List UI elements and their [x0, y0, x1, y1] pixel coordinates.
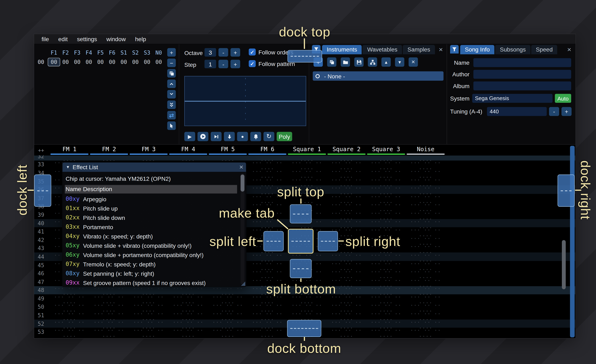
pattern-cell-empty[interactable]: ... .. .. .... — [406, 326, 445, 338]
channel-header[interactable]: FM 1 — [50, 145, 89, 155]
menu-item[interactable]: help — [130, 34, 151, 44]
pattern-cell-empty[interactable]: ... .. .. .... — [208, 326, 247, 338]
play-repeat-button[interactable] — [197, 132, 209, 141]
order-duplicate-button[interactable] — [167, 69, 176, 78]
pattern-cell-empty[interactable]: ... .. .. .... — [50, 326, 89, 338]
play-to-cursor-button[interactable] — [211, 132, 222, 141]
instrument-list-item-none[interactable]: - None - — [313, 71, 443, 81]
octave-decrease-button[interactable]: - — [218, 48, 228, 57]
order-cell[interactable]: 00 — [60, 58, 71, 66]
order-add-button[interactable]: + — [167, 48, 176, 57]
instrument-move-down-button[interactable]: ▼ — [395, 58, 404, 67]
window-resize-grip[interactable] — [241, 282, 245, 286]
menu-item[interactable]: window — [102, 34, 130, 44]
metronome-button[interactable] — [250, 132, 261, 141]
instrument-add-button[interactable]: + — [313, 58, 323, 67]
follow-pattern-checkbox[interactable]: ✓ — [249, 60, 256, 67]
pattern-expand-control[interactable]: ++ — [38, 147, 44, 153]
effect-row[interactable]: 09xx Set groove pattern (speed 1 if no g… — [62, 278, 240, 287]
pattern-right-scroll-strip[interactable] — [570, 146, 575, 337]
instrument-duplicate-button[interactable] — [327, 58, 336, 67]
instruments-panel-close-button[interactable]: × — [437, 45, 444, 54]
order-cell[interactable]: 00 — [83, 58, 95, 66]
repeat-pattern-button[interactable]: ↻ — [263, 132, 274, 141]
order-cell[interactable]: 00 — [153, 58, 164, 66]
text-input[interactable] — [474, 70, 571, 79]
channel-header[interactable]: FM 2 — [89, 145, 129, 155]
instrument-folders-button[interactable] — [368, 58, 377, 67]
menu-item[interactable]: settings — [72, 34, 102, 44]
effect-row[interactable]: 07xy Tremolo (x: speed; y: depth) — [62, 259, 240, 269]
collapse-arrow-icon[interactable]: ▼ — [66, 163, 70, 172]
pattern-row-53[interactable]: 53... .. .. ....... .. .. ....... .. .. … — [34, 328, 575, 336]
effect-list-scrollbar[interactable] — [241, 173, 245, 284]
instrument-delete-button[interactable]: × — [409, 58, 418, 67]
text-input[interactable] — [474, 81, 571, 90]
effect-row[interactable]: 08xy Set panning (x: left; y: right) — [62, 269, 240, 278]
stop-button[interactable]: ● — [237, 132, 248, 141]
step-increase-button[interactable]: + — [231, 60, 240, 68]
order-cell[interactable]: 00 — [106, 58, 118, 66]
step-value[interactable]: 1 — [204, 60, 216, 68]
channel-header[interactable]: Square 3 — [366, 145, 406, 155]
song-info-panel-close-button[interactable]: × — [566, 45, 573, 54]
text-input[interactable] — [474, 58, 571, 67]
play-button[interactable]: ▶ — [184, 132, 195, 141]
channel-header[interactable]: Square 2 — [327, 145, 366, 155]
effect-row[interactable]: 00xy Arpeggio — [62, 194, 240, 204]
song-tab[interactable]: Speed — [531, 45, 557, 54]
effect-list-close-button[interactable]: × — [239, 163, 243, 172]
pattern-cell-empty[interactable]: ... .. .. .... — [366, 326, 406, 338]
pattern-cell-empty[interactable]: ... .. .. .... — [89, 326, 129, 338]
effect-row[interactable]: 02xx Pitch slide down — [62, 213, 240, 222]
instrument-open-button[interactable] — [341, 58, 350, 67]
asset-tab[interactable]: Samples — [403, 45, 435, 54]
order-cell[interactable]: 00 — [118, 58, 130, 66]
pattern-cell-empty[interactable]: ... .. .. .... — [287, 326, 327, 338]
order-cell[interactable]: 00 — [71, 58, 83, 66]
system-input[interactable]: Sega Genesis — [472, 94, 552, 103]
order-edit-mode-button[interactable] — [167, 121, 176, 130]
tuning-increase-button[interactable]: + — [561, 107, 572, 116]
effect-row[interactable]: 06xy Volume slide + portamento (compatib… — [62, 250, 240, 259]
channel-header[interactable]: Square 1 — [287, 145, 327, 155]
menu-item[interactable]: file — [37, 34, 54, 44]
tuning-input[interactable]: 440 — [487, 107, 547, 116]
order-cell[interactable]: 00 — [141, 58, 153, 66]
order-duplicate-to-end-button[interactable] — [167, 101, 176, 109]
channel-header[interactable]: FM 3 — [129, 145, 168, 155]
order-cell[interactable]: 00 — [95, 58, 106, 66]
menu-item[interactable]: edit — [54, 34, 72, 44]
order-cell[interactable]: 00 — [48, 58, 60, 66]
asset-tab[interactable]: Wavetables — [363, 45, 402, 54]
order-move-down-button[interactable] — [167, 90, 176, 98]
channel-header[interactable]: FM 5 — [208, 145, 247, 155]
effect-row[interactable]: 04xy Vibrato (x: speed; y: depth) — [62, 232, 240, 241]
order-move-up-button[interactable] — [167, 80, 176, 88]
step-one-row-button[interactable] — [224, 132, 235, 141]
effect-row[interactable]: 03xx Portamento — [62, 222, 240, 232]
effect-row[interactable]: 01xx Pitch slide up — [62, 204, 240, 213]
channel-header[interactable]: FM 4 — [168, 145, 208, 155]
channel-header[interactable]: FM 6 — [247, 145, 287, 155]
channel-header[interactable]: Noise — [406, 145, 445, 155]
song-tab[interactable]: Subsongs — [495, 45, 530, 54]
song-filter-button[interactable] — [450, 45, 459, 54]
tuning-decrease-button[interactable]: - — [549, 107, 559, 116]
effect-list-titlebar[interactable]: ▼ Effect List × — [62, 163, 246, 172]
system-auto-button[interactable]: Auto — [555, 94, 571, 103]
asset-filter-button[interactable] — [312, 45, 320, 54]
instrument-move-up-button[interactable]: ▲ — [381, 58, 391, 67]
order-remove-button[interactable]: − — [167, 58, 176, 67]
follow-orders-checkbox[interactable]: ✓ — [249, 48, 256, 55]
order-change-mode-button[interactable]: ⇄ — [167, 111, 176, 119]
effect-row[interactable]: 05xy Volume slide + vibrato (compatibili… — [62, 241, 240, 250]
effect-list-scrollbar-thumb[interactable] — [241, 175, 245, 192]
step-decrease-button[interactable]: - — [218, 60, 228, 68]
asset-tab[interactable]: Instruments — [322, 45, 362, 54]
poly-input-toggle[interactable]: Poly — [277, 132, 292, 141]
instrument-save-button[interactable] — [354, 58, 364, 67]
pattern-cell-empty[interactable]: ... .. .. .... — [129, 326, 168, 338]
order-cell[interactable]: 00 — [130, 58, 141, 66]
pattern-cell-empty[interactable]: ... .. .. .... — [168, 326, 208, 338]
